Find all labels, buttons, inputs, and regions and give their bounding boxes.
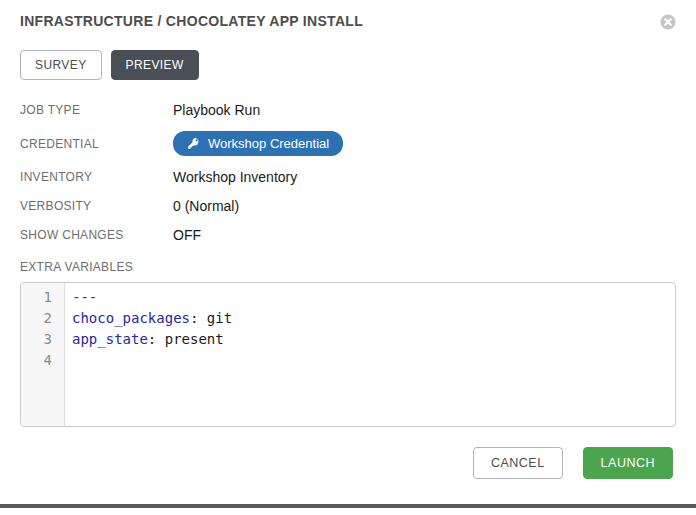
detail-row-job-type: JOB TYPE Playbook Run bbox=[20, 102, 676, 118]
verbosity-label: VERBOSITY bbox=[20, 199, 173, 213]
editor-code-area[interactable]: --- choco_packages: git app_state: prese… bbox=[65, 283, 675, 426]
circle-x-icon bbox=[660, 14, 676, 30]
job-details: JOB TYPE Playbook Run CREDENTIAL Worksho… bbox=[20, 102, 676, 243]
yaml-value: : git bbox=[190, 310, 232, 326]
credential-label: CREDENTIAL bbox=[20, 137, 173, 151]
yaml-value: : present bbox=[148, 331, 224, 347]
editor-line-number-gutter: 1 2 3 4 bbox=[21, 283, 65, 426]
cancel-button[interactable]: CANCEL bbox=[473, 447, 563, 479]
inventory-value: Workshop Inventory bbox=[173, 169, 297, 185]
inventory-label: INVENTORY bbox=[20, 170, 173, 184]
code-line-4 bbox=[72, 350, 675, 371]
dialog-title: INFRASTRUCTURE / CHOCOLATEY APP INSTALL bbox=[20, 13, 363, 29]
line-number: 4 bbox=[21, 350, 52, 371]
code-line-2: choco_packages: git bbox=[72, 308, 675, 329]
yaml-key: app_state bbox=[72, 331, 148, 347]
line-number: 1 bbox=[21, 287, 52, 308]
credential-badge[interactable]: Workshop Credential bbox=[173, 131, 343, 156]
detail-row-show-changes: SHOW CHANGES OFF bbox=[20, 227, 676, 243]
credential-badge-label: Workshop Credential bbox=[208, 136, 329, 151]
tab-preview[interactable]: PREVIEW bbox=[111, 50, 199, 80]
tab-survey[interactable]: SURVEY bbox=[20, 50, 102, 80]
yaml-doc-start: --- bbox=[72, 289, 97, 305]
detail-row-inventory: INVENTORY Workshop Inventory bbox=[20, 169, 676, 185]
yaml-key: choco_packages bbox=[72, 310, 190, 326]
extra-variables-editor[interactable]: 1 2 3 4 --- choco_packages: git app_stat… bbox=[20, 282, 676, 427]
detail-row-credential: CREDENTIAL Workshop Credential bbox=[20, 131, 676, 156]
window-bottom-edge bbox=[0, 504, 696, 508]
job-type-label: JOB TYPE bbox=[20, 103, 173, 117]
verbosity-value: 0 (Normal) bbox=[173, 198, 239, 214]
code-line-3: app_state: present bbox=[72, 329, 675, 350]
launch-button[interactable]: LAUNCH bbox=[583, 447, 673, 479]
key-icon bbox=[187, 137, 200, 150]
close-button[interactable] bbox=[660, 14, 676, 30]
dialog-header: INFRASTRUCTURE / CHOCOLATEY APP INSTALL bbox=[20, 13, 676, 30]
extra-variables-label: EXTRA VARIABLES bbox=[20, 260, 676, 274]
code-line-1: --- bbox=[72, 287, 675, 308]
dialog-footer: CANCEL LAUNCH bbox=[20, 447, 676, 479]
tab-bar: SURVEY PREVIEW bbox=[20, 50, 676, 80]
detail-row-verbosity: VERBOSITY 0 (Normal) bbox=[20, 198, 676, 214]
show-changes-label: SHOW CHANGES bbox=[20, 228, 173, 242]
show-changes-value: OFF bbox=[173, 227, 201, 243]
job-type-value: Playbook Run bbox=[173, 102, 260, 118]
line-number: 3 bbox=[21, 329, 52, 350]
launch-prompt-dialog: INFRASTRUCTURE / CHOCOLATEY APP INSTALL … bbox=[0, 0, 696, 479]
line-number: 2 bbox=[21, 308, 52, 329]
